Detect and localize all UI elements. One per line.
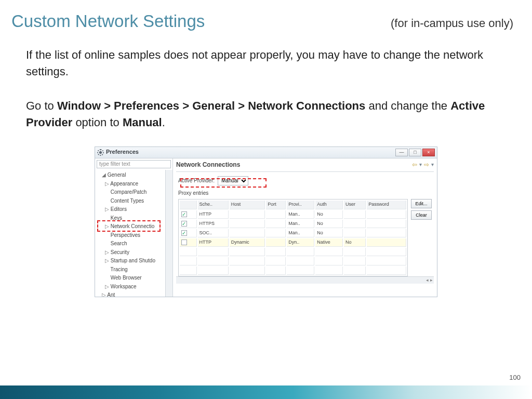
tree-item[interactable]: Content Types <box>95 197 165 206</box>
menu-path: Window > Preferences > General > Network… <box>57 99 365 112</box>
forward-icon[interactable]: ⇨ <box>424 161 429 169</box>
edit-button[interactable]: Edit... <box>411 199 432 208</box>
table-header[interactable]: Port <box>266 201 286 209</box>
active-provider-label: Active Provider: <box>178 177 215 185</box>
minimize-button[interactable]: — <box>395 149 408 156</box>
active-provider-select[interactable]: Manual <box>218 176 248 185</box>
window-title: Preferences <box>106 148 139 156</box>
panel-heading: Network Connections <box>176 161 240 169</box>
table-header[interactable]: Auth <box>315 201 343 209</box>
dropdown-icon[interactable]: ▾ <box>431 161 434 169</box>
table-header[interactable]: Password <box>367 201 406 209</box>
tree-item[interactable]: Keys <box>95 214 165 223</box>
table-row[interactable]: HTTPMan..No <box>180 210 406 219</box>
text-fragment: Go to <box>26 99 57 112</box>
tree-item[interactable]: ▷ Editors <box>95 205 165 214</box>
table-header[interactable]: Sche.. <box>198 201 229 209</box>
tree-item[interactable]: ▷ Security <box>95 248 165 257</box>
checkbox-icon[interactable] <box>181 211 187 217</box>
gear-icon <box>97 149 104 156</box>
checkbox-icon[interactable] <box>181 240 187 245</box>
slide-subtitle: (for in-campus use only) <box>391 17 513 30</box>
intro-paragraph: If the list of online samples does not a… <box>26 47 506 80</box>
dropdown-icon[interactable]: ▾ <box>419 161 422 169</box>
footer-bar <box>0 385 532 399</box>
table-row[interactable]: HTTPDynamicDyn..NativeNo <box>180 238 406 247</box>
option-value: Manual <box>123 116 162 129</box>
filter-input[interactable]: type filter text <box>97 160 171 169</box>
table-header[interactable]: User <box>344 201 366 209</box>
table-header[interactable] <box>180 201 197 209</box>
preferences-window: Preferences — □ × type filter text ◢ Gen… <box>95 147 437 297</box>
tree-item[interactable]: ▷ Workspace <box>95 283 165 291</box>
window-titlebar: Preferences — □ × <box>95 147 437 158</box>
table-row[interactable]: HTTPSMan..No <box>180 220 406 228</box>
slide-title: Custom Network Settings <box>11 11 205 31</box>
proxy-table[interactable]: Sche..HostPortProvi..AuthUserPasswordHTT… <box>178 199 408 276</box>
tree-item[interactable]: Compare/Patch <box>95 188 165 197</box>
tree-item[interactable]: ▷ Ant <box>95 291 165 297</box>
checkbox-icon[interactable] <box>181 221 187 227</box>
clear-button[interactable]: Clear <box>411 210 432 220</box>
page-number: 100 <box>509 374 521 381</box>
proxy-entries-label: Proxy entries <box>178 190 434 197</box>
vertical-scrollbar[interactable] <box>165 170 172 297</box>
text-fragment: and change the <box>365 99 450 112</box>
back-icon[interactable]: ⇦ <box>412 161 417 169</box>
tree-item[interactable]: Web Browser <box>95 274 165 283</box>
preferences-tree[interactable]: ◢ General▷ Appearance Compare/Patch Cont… <box>95 170 165 297</box>
text-fragment: . <box>162 116 165 129</box>
close-button[interactable]: × <box>422 149 435 156</box>
tree-item[interactable]: ▷ Appearance <box>95 180 165 189</box>
tree-item[interactable]: ◢ General <box>95 171 165 180</box>
horizontal-scrollbar[interactable]: ◂ ▸ <box>176 276 434 284</box>
tree-item[interactable]: Perspectives <box>95 231 165 240</box>
instruction-paragraph: Go to Window > Preferences > General > N… <box>26 98 506 131</box>
checkbox-icon[interactable] <box>181 230 187 236</box>
tree-item[interactable]: Tracing <box>95 265 165 274</box>
maximize-button[interactable]: □ <box>409 149 421 156</box>
preferences-sidebar: type filter text ◢ General▷ Appearance C… <box>95 158 173 297</box>
table-header[interactable]: Host <box>230 201 265 209</box>
tree-item[interactable]: Search <box>95 240 165 248</box>
table-header[interactable]: Provi.. <box>287 201 314 209</box>
tree-item[interactable]: ▷ Network Connectio <box>95 222 165 231</box>
preferences-content: Network Connections ⇦ ▾ ⇨ ▾ Active Provi… <box>173 158 437 297</box>
table-row[interactable]: SOC..Man..No <box>180 229 406 237</box>
tree-item[interactable]: ▷ Startup and Shutdo <box>95 257 165 265</box>
text-fragment: option to <box>72 116 123 129</box>
